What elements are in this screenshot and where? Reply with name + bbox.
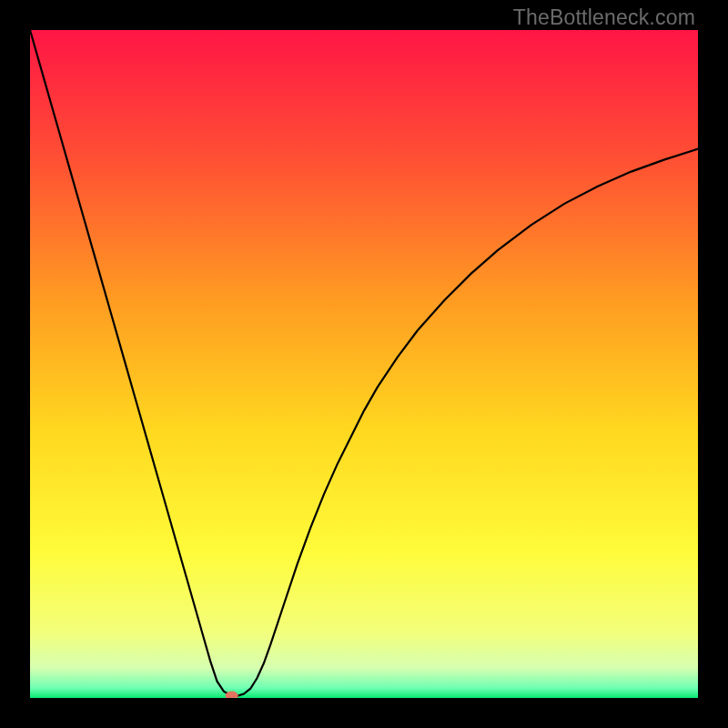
watermark-text: TheBottleneck.com bbox=[513, 5, 695, 30]
gradient-fill-rect bbox=[30, 30, 698, 698]
plot-area bbox=[30, 30, 698, 698]
chart-frame: TheBottleneck.com bbox=[0, 0, 728, 728]
